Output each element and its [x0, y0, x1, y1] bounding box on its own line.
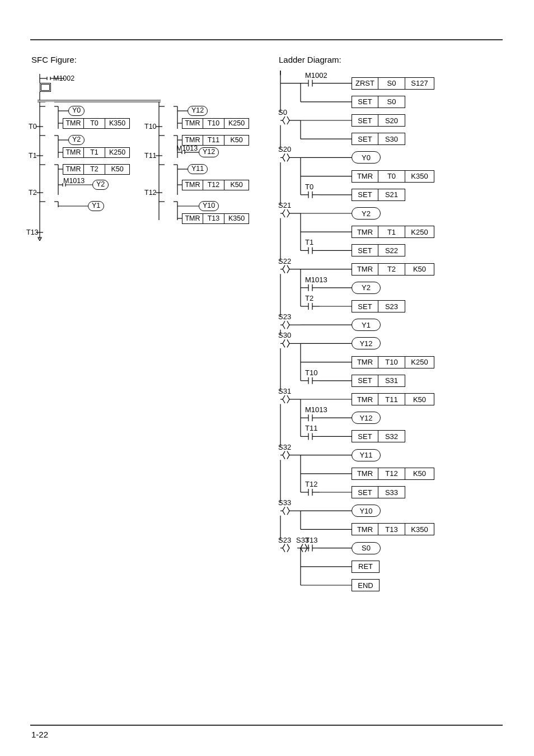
sfc-contact-label: M1013	[63, 177, 85, 185]
ladder-output-coil: Y10	[352, 505, 381, 517]
ladder-step-label: S0	[278, 108, 287, 116]
ladder-contact-label: T2	[305, 294, 313, 302]
sfc-transition: T12	[144, 189, 157, 197]
ladder-output-box: TMR	[352, 393, 378, 405]
sfc-box: T11	[203, 135, 224, 146]
ladder-step-label: S22	[278, 257, 291, 265]
sfc-transition: T10	[144, 123, 157, 130]
sfc-box: T12	[203, 180, 224, 190]
ladder-output-coil: S0	[352, 542, 381, 554]
header-rule	[30, 39, 503, 40]
sfc-box: TMR	[63, 147, 84, 158]
ladder-contact-label: M1002	[305, 71, 327, 80]
ladder-contact-label: T1	[305, 238, 313, 246]
sfc-initial-contact: M1002	[53, 74, 74, 82]
ladder-output-box: T2	[378, 263, 405, 276]
sfc-transition: T1	[29, 152, 37, 160]
ladder-output-box: S20	[378, 114, 405, 127]
sfc-box: T1	[84, 147, 105, 158]
sfc-coil: Y11	[188, 164, 208, 174]
ladder-output-box: SET	[352, 244, 378, 256]
ladder-diagram-heading: Ladder Diagram:	[279, 55, 341, 64]
ladder-output-box: SET	[352, 486, 378, 498]
sfc-transition: T0	[29, 123, 37, 130]
sfc-contact-label: M1013	[176, 144, 198, 152]
ladder-output-box: SET	[352, 300, 378, 312]
ladder-output-box: ZRST	[352, 77, 378, 90]
ladder-output-box: TMR	[352, 523, 378, 535]
ladder-step-label: S20	[278, 145, 291, 153]
ladder-step-label: S21	[278, 201, 291, 209]
sfc-coil: Y2	[92, 180, 109, 190]
ladder-step-label: S31	[278, 387, 291, 395]
ladder-output-box: T0	[378, 170, 405, 183]
sfc-coil: Y1	[88, 201, 104, 211]
sfc-box: T2	[84, 164, 105, 175]
sfc-box: K50	[224, 135, 249, 146]
ladder-output-coil: Y2	[352, 282, 381, 294]
ladder-step-label: S33	[278, 498, 291, 507]
sfc-box: K50	[105, 164, 130, 175]
ladder-output-box: K50	[405, 263, 434, 276]
ladder-output-box: S30	[378, 133, 405, 145]
ladder-contact-label: T13	[305, 536, 317, 544]
ladder-output-box: S0	[378, 77, 405, 90]
sfc-box: TMR	[182, 180, 203, 190]
svg-rect-19	[45, 131, 54, 141]
ladder-output-box: TMR	[352, 226, 378, 238]
sfc-box: K50	[224, 180, 249, 190]
ladder-output-box: K250	[405, 356, 434, 368]
sfc-box: K250	[224, 118, 249, 129]
ladder-contact-label: T11	[305, 424, 317, 432]
ladder-output-box: TMR	[352, 356, 378, 368]
ladder-output-box: SET	[352, 375, 378, 387]
ladder-output-coil: Y11	[352, 449, 381, 461]
ladder-output-box: T10	[378, 356, 405, 368]
ladder-wiring	[276, 71, 500, 597]
footer-rule	[30, 725, 503, 726]
svg-rect-22	[165, 102, 174, 112]
sfc-coil: Y10	[199, 201, 219, 211]
ladder-output-box: K350	[405, 170, 434, 183]
sfc-coil: Y2	[68, 135, 85, 145]
ladder-output-coil: Y1	[352, 319, 381, 331]
svg-rect-20	[45, 160, 54, 170]
svg-rect-24	[165, 160, 174, 170]
ladder-output-box: TMR	[352, 170, 378, 183]
ladder-output-box: SET	[352, 114, 378, 127]
sfc-box: T10	[203, 118, 224, 129]
sfc-transition: T13	[26, 228, 39, 236]
ladder-output-box: SET	[352, 96, 378, 108]
ladder-contact-label: T12	[305, 480, 317, 488]
ladder-output-box: TMR	[352, 468, 378, 480]
ladder-output-box: S33	[378, 486, 405, 498]
ladder-output-box: S0	[378, 96, 405, 108]
ladder-contact-label: M1013	[305, 405, 327, 414]
ladder-output-box: T1	[378, 226, 405, 238]
ladder-output-box: S21	[378, 189, 405, 201]
ladder-output-box: T13	[378, 523, 405, 535]
ladder-output-box: S31	[378, 375, 405, 387]
ladder-step-label: S23	[278, 536, 291, 544]
sfc-initial-step	[40, 83, 51, 92]
svg-rect-25	[165, 197, 174, 207]
ladder-output-box: TMR	[352, 263, 378, 276]
sfc-box: TMR	[63, 164, 84, 175]
ladder-output-coil: Y12	[352, 412, 381, 424]
ladder-output-box: K50	[405, 393, 434, 405]
ladder-diagram: M1002ZRSTS0S127SETS0S0SETS20SETS30S20Y0T…	[276, 71, 500, 597]
ladder-output-box: S32	[378, 430, 405, 442]
ladder-output-box: K250	[405, 226, 434, 238]
ladder-contact-label: T0	[305, 183, 313, 191]
ladder-output-box: SET	[352, 430, 378, 442]
sfc-transition: T2	[29, 189, 37, 197]
sfc-box: K250	[105, 147, 130, 158]
sfc-box: K350	[105, 118, 130, 129]
ladder-output-box: T11	[378, 393, 405, 405]
sfc-box: T0	[84, 118, 105, 129]
ladder-output-box: S22	[378, 244, 405, 256]
sfc-figure: M1002 T0 T1 T2 T13 Y0 TMR T0 K350 Y2 TMR…	[32, 73, 267, 241]
ladder-output-coil: Y0	[352, 151, 381, 164]
sfc-coil: Y12	[199, 147, 219, 157]
ladder-step-label: S30	[278, 331, 291, 339]
